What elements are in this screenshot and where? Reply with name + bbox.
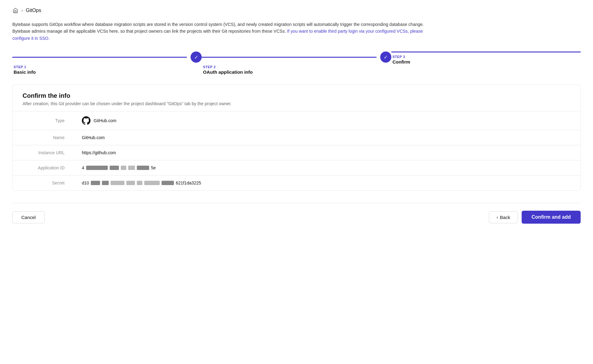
step-2-check: ✓ [380,52,391,63]
redacted-block [126,181,135,185]
steps-container: ✓ STEP 1 Basic info ✓ STEP 2 OAuth appli… [12,52,581,75]
name-value: GitHub.com [74,130,580,145]
step-3-info: STEP 3 Confirm [391,55,581,64]
back-chevron-icon: ‹ [497,215,498,220]
app-id-suffix: 5e [151,165,156,170]
redacted-block [137,181,142,185]
step-3-label: STEP 3 [393,55,581,59]
type-label: Type [13,111,74,130]
redacted-block [110,166,119,170]
cancel-button[interactable]: Cancel [12,211,45,223]
table-row: Instance URL https://github.com [13,145,580,160]
redacted-block [111,181,124,185]
page-title: GitOps [26,8,41,13]
back-button[interactable]: ‹ Back [489,211,518,223]
step-3-line [391,52,581,52]
name-label: Name [13,130,74,145]
app-id-value: 4 5e [74,160,580,176]
card-title: Confirm the info [23,92,570,99]
redacted-block [121,166,126,170]
app-id-prefix: 4 [82,165,84,170]
table-row: Application ID 4 5e [13,160,580,176]
redacted-block [137,166,149,170]
name-value-text: GitHub.com [82,135,105,140]
home-icon[interactable] [12,7,19,14]
table-row: Name GitHub.com [13,130,580,145]
step-2-wrapper: ✓ STEP 2 OAuth application info [202,52,391,75]
table-row: Secret d10 621f1da3225 [13,176,580,191]
step-1-check: ✓ [191,52,202,63]
step-1-info: STEP 1 Basic info [12,65,202,75]
footer-right: ‹ Back Confirm and add [489,211,581,224]
step-3-wrapper: STEP 3 Confirm [391,52,581,64]
confirm-card: Confirm the info After creation, this Gi… [12,85,581,191]
type-value-text: GitHub.com [94,118,116,123]
step-3-name: Confirm [393,59,581,64]
confirm-add-button[interactable]: Confirm and add [522,211,581,224]
instance-url-value-text: https://github.com [82,150,116,155]
step-2-info: STEP 2 OAuth application info [202,65,391,75]
type-value: GitHub.com [74,111,580,130]
info-table: Type GitHub.com Name GitHub.com [13,111,580,190]
github-icon [82,116,90,125]
step-1-label: STEP 1 [14,65,202,69]
redacted-block [144,181,160,185]
secret-prefix: d10 [82,180,89,185]
breadcrumb: > GitOps [12,7,581,14]
step-2-label: STEP 2 [203,65,391,69]
step-2-name: OAuth application info [203,69,391,75]
redacted-block [102,181,109,185]
secret-suffix: 621f1da3225 [176,180,201,185]
instance-url-value: https://github.com [74,145,580,160]
step-1-wrapper: ✓ STEP 1 Basic info [12,52,202,75]
app-id-label: Application ID [13,160,74,176]
redacted-block [162,181,174,185]
secret-label: Secret [13,176,74,191]
step-1-name: Basic info [14,69,202,75]
card-header: Confirm the info After creation, this Gi… [13,85,580,111]
card-subtitle: After creation, this Git provider can be… [23,101,570,106]
secret-value: d10 621f1da3225 [74,176,580,191]
table-row: Type GitHub.com [13,111,580,130]
redacted-block [91,181,100,185]
step-1-line [12,57,187,58]
description-block: Bytebase supports GitOps workflow where … [12,21,432,42]
instance-url-label: Instance URL [13,145,74,160]
footer: Cancel ‹ Back Confirm and add [12,203,581,231]
redacted-block [86,166,108,170]
breadcrumb-separator: > [21,8,23,13]
step-2-line [202,57,376,58]
redacted-block [128,166,135,170]
